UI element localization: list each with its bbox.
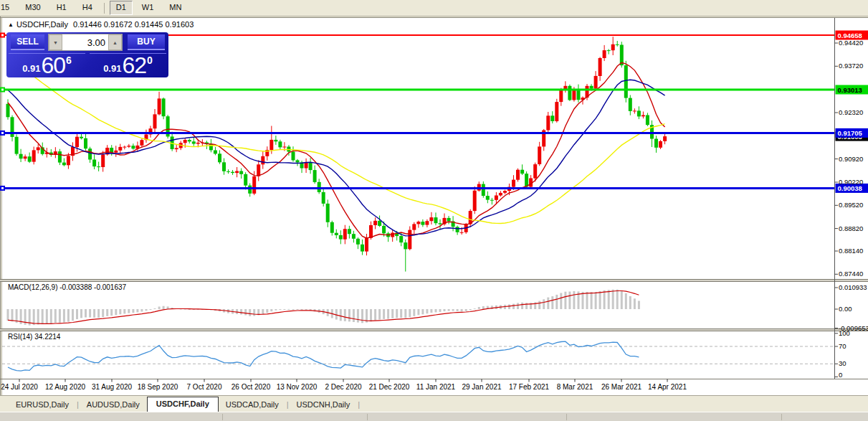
chart-tab-audusd[interactable]: AUDUSD,Daily (80, 398, 147, 412)
macd-histogram-bar (150, 309, 152, 310)
candle-body (252, 176, 256, 194)
macd-histogram-bar (512, 304, 515, 309)
buy-button[interactable]: BUY (128, 34, 165, 50)
sell-price-display[interactable]: 0.91 60 6 (9, 53, 85, 77)
macd-histogram-bar (478, 307, 480, 309)
timeframe-button-w1[interactable]: W1 (135, 1, 161, 15)
candle-body (84, 138, 87, 148)
buy-price-pips: 62 (122, 54, 146, 77)
collapse-triangle-icon[interactable]: ▲ (8, 22, 14, 28)
candle-body (624, 65, 628, 98)
price-tick-label: 0.89520 (839, 201, 863, 209)
rsi-tick-label: 100 (839, 329, 850, 337)
candle-body (512, 180, 515, 187)
candle-body (637, 110, 641, 116)
rsi-tick-label: 30 (839, 359, 846, 367)
timeframe-button-h4[interactable]: H4 (76, 1, 99, 15)
rsi-tick-label: 0 (839, 371, 842, 379)
candle-body (525, 174, 528, 186)
candle-body (183, 140, 187, 143)
candle-body (196, 143, 200, 144)
candle-body (214, 151, 217, 154)
macd-histogram-bar (629, 296, 631, 309)
timeframe-button-d1[interactable]: D1 (110, 1, 133, 15)
window-edge (566, 414, 567, 420)
macd-histogram-bar (106, 309, 108, 316)
candle-body (162, 98, 166, 116)
candle-body (261, 156, 264, 165)
macd-histogram-bar (361, 309, 363, 323)
candle-body (365, 238, 368, 252)
macd-histogram-bar (283, 309, 285, 310)
macd-histogram-bar (72, 309, 74, 321)
macd-histogram-bar (517, 303, 519, 309)
candle-body (568, 86, 571, 100)
macd-histogram-bar (595, 292, 597, 309)
candle-body (550, 115, 554, 121)
macd-histogram-bar (240, 309, 242, 315)
candle-body (352, 234, 356, 239)
date-tick-label: 24 Jul 2020 (1, 383, 38, 391)
macd-histogram-bar (413, 309, 415, 316)
candle-body (629, 98, 632, 111)
buy-price-display[interactable]: 0.91 62 0 (90, 53, 166, 77)
timeframe-button-h1[interactable]: H1 (50, 1, 73, 15)
candle-body (559, 90, 563, 102)
macd-histogram-bar (266, 309, 268, 313)
macd-histogram-bar (37, 309, 39, 325)
candle-body (611, 44, 615, 50)
macd-histogram-bar (76, 309, 78, 319)
candle-body (222, 162, 226, 171)
candle-body (244, 174, 247, 186)
macd-histogram-bar (482, 306, 485, 309)
volume-input[interactable] (62, 34, 108, 50)
buy-price-point: 0 (147, 55, 153, 66)
tab-separator: | (357, 398, 361, 412)
candle-body (399, 236, 403, 242)
badge-price-text: 0.94658 (838, 32, 862, 39)
macd-histogram-bar (573, 291, 575, 309)
candle-body (127, 146, 130, 146)
chart-tab-usdcnh[interactable]: USDCNH,Daily (290, 398, 358, 412)
candle-body (118, 147, 122, 151)
macd-histogram-bar (508, 304, 510, 309)
candle-body (642, 115, 645, 117)
candle-body (416, 222, 420, 224)
volume-increase-button[interactable]: ▲ (108, 34, 122, 50)
timeframe-button-15[interactable]: 15 (0, 1, 16, 15)
date-tick-label: 11 Jan 2021 (416, 383, 456, 391)
macd-histogram-bar (551, 296, 553, 309)
triangle-up-icon: ▲ (113, 40, 118, 45)
macd-histogram-bar (608, 290, 610, 309)
chart-tab-usdchf[interactable]: USDCHF,Daily (147, 397, 219, 412)
macd-histogram-bar (158, 307, 161, 310)
macd-histogram-bar (279, 309, 281, 310)
ohlc-values: 0.91446 0.91672 0.91445 0.91603 (73, 20, 194, 29)
badge-price-text: 0.93013 (838, 86, 862, 94)
date-tick-label: 8 Mar 2021 (557, 383, 593, 391)
timeframe-button-mn[interactable]: MN (163, 1, 188, 15)
chart-tab-usdcad[interactable]: USDCAD,Daily (219, 398, 286, 412)
candle-body (235, 171, 239, 174)
macd-histogram-bar (435, 309, 437, 312)
price-tick-label: 0.93720 (839, 62, 863, 70)
macd-histogram-bar (409, 309, 411, 317)
macd-histogram-bar (383, 309, 385, 319)
candle-body (348, 229, 351, 234)
macd-histogram-bar (521, 303, 523, 309)
timeframe-button-m30[interactable]: M30 (19, 1, 47, 15)
candle-body (486, 196, 490, 200)
timeframe-toolbar: 15M30H1H4D1W1MN (0, 0, 868, 16)
rsi-indicator-label: RSI(14) 34.2214 (8, 333, 60, 341)
candle-body (361, 245, 364, 252)
candle-body (378, 221, 381, 226)
date-tick-label: 17 Feb 2021 (509, 383, 550, 391)
macd-histogram-bar (163, 306, 165, 309)
chart-tab-eurusd[interactable]: EURUSD,Daily (9, 398, 76, 412)
sell-button[interactable]: SELL (11, 34, 44, 50)
candle-body (313, 170, 317, 182)
candle-body (546, 115, 550, 130)
volume-decrease-button[interactable]: ▼ (49, 34, 62, 50)
price-tick-label: 0.92320 (839, 108, 863, 116)
candle-body (356, 239, 360, 245)
